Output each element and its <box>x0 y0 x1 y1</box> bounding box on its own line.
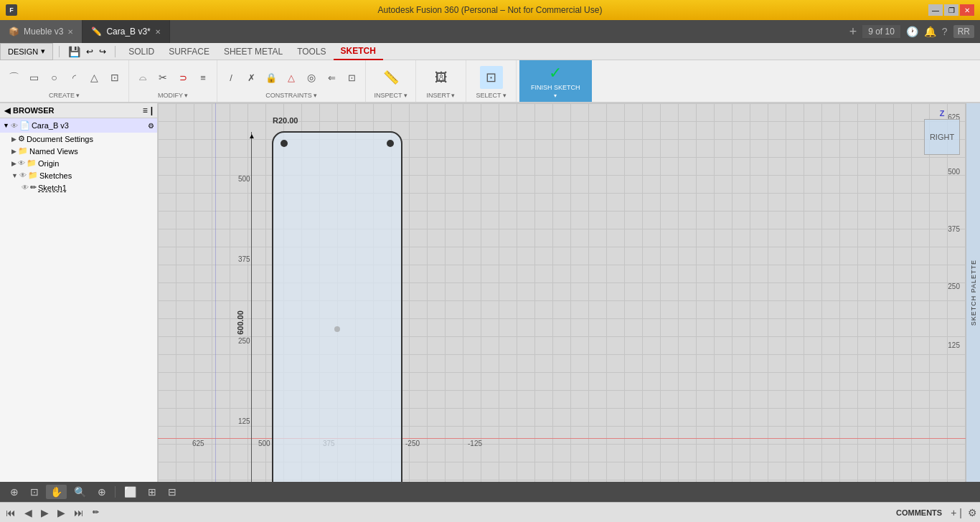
browser-back-icon[interactable]: ◀ <box>4 106 10 115</box>
nav-next[interactable]: ▶ <box>55 506 68 520</box>
notification-icon[interactable]: 🔔 <box>924 26 936 37</box>
tool-lock[interactable]: 🔒 <box>262 68 281 87</box>
modify-label[interactable]: MODIFY▾ <box>158 92 188 99</box>
tab-mueble[interactable]: 📦 Mueble v3 ✕ <box>0 20 83 43</box>
viewcube[interactable]: Z RIGHT <box>924 109 960 155</box>
tool-pattern[interactable]: ≡ <box>194 68 212 87</box>
finish-sketch-btn[interactable]: ✓ FINISH SKETCH ▾ <box>519 60 592 102</box>
help-icon[interactable]: ? <box>942 26 948 37</box>
tree-origin[interactable]: ▶ 👁 📁 Origin <box>0 157 157 169</box>
canvas[interactable]: 625 500 375 250 125 625 500 375 -250 -12… <box>158 103 980 482</box>
browser-collapse-icon[interactable]: | <box>151 105 153 115</box>
tool-collinear[interactable]: ✗ <box>242 68 260 87</box>
new-tab-btn[interactable]: + <box>849 24 857 39</box>
sketches-eye-icon[interactable]: 👁 <box>19 171 27 179</box>
sketch-shape-container: R20.00 600.00 ▲ ▼ 500 375 250 125 <box>265 125 409 482</box>
tab-cara-close[interactable]: ✕ <box>155 28 161 36</box>
z-axis-label: Z <box>924 109 960 118</box>
select-label[interactable]: SELECT▾ <box>476 92 506 99</box>
insert-label[interactable]: INSERT▾ <box>427 92 456 99</box>
comments-collapse[interactable]: | <box>959 507 962 518</box>
doc-settings-icon: ⚙ <box>18 134 25 143</box>
tab-sheetmetal[interactable]: SHEET METAL <box>217 43 290 60</box>
tool-arc[interactable]: ◜ <box>65 68 84 87</box>
bottom-btn-settings[interactable]: ⊟ <box>164 485 181 499</box>
svg-point-1 <box>281 140 288 147</box>
tool-triangle[interactable]: △ <box>85 68 104 87</box>
root-folder-icon: 📄 <box>19 120 30 130</box>
finish-sketch-arrow: ▾ <box>554 92 557 99</box>
create-label[interactable]: CREATE▾ <box>49 92 80 99</box>
tool-select[interactable]: ⊡ <box>480 66 503 89</box>
minimize-btn[interactable]: — <box>928 4 943 16</box>
sketches-arrow: ▼ <box>11 172 18 179</box>
root-settings-icon[interactable]: ⚙ <box>148 122 154 130</box>
tool-rect2[interactable]: ⊡ <box>105 68 124 87</box>
tab-cara[interactable]: ✏️ Cara_B v3* ✕ <box>83 20 169 43</box>
design-btn[interactable]: DESIGN ▾ <box>0 43 53 60</box>
origin-eye-icon[interactable]: 👁 <box>18 159 25 167</box>
bottom-btn-display[interactable]: ⬜ <box>120 485 141 499</box>
bottom-btn-zoom2[interactable]: ⊕ <box>93 485 110 499</box>
clock-icon: 🕐 <box>906 26 918 37</box>
tool-offset[interactable]: ⊃ <box>174 68 192 87</box>
user-icon[interactable]: RR <box>953 25 974 38</box>
bottom-btn-move[interactable]: ⊕ <box>6 485 23 499</box>
bottom-btn-fit[interactable]: ⊡ <box>26 485 43 499</box>
toolbar-icon-save[interactable]: 💾 <box>65 46 83 57</box>
named-views-arrow: ▶ <box>11 148 17 155</box>
tool-equal[interactable]: △ <box>282 68 301 87</box>
tab-surface[interactable]: SURFACE <box>161 43 217 60</box>
dim-height-label: 600.00 <box>236 310 245 335</box>
browser-expand-icon[interactable]: ≡ <box>143 105 148 115</box>
close-btn[interactable]: ✕ <box>960 4 974 16</box>
tree-named-views[interactable]: ▶ 📁 Named Views <box>0 145 157 157</box>
sketch1-eye-icon[interactable]: 👁 <box>22 184 29 191</box>
tool-rect[interactable]: ▭ <box>25 68 44 87</box>
tab-tools[interactable]: TOOLS <box>290 43 333 60</box>
toolbar-icon-undo[interactable]: ↩ <box>83 47 96 57</box>
tab-sketch[interactable]: SKETCH <box>334 43 383 60</box>
viewcube-face[interactable]: RIGHT <box>924 119 960 155</box>
tool-line[interactable]: ⌒ <box>5 68 24 87</box>
settings-btn[interactable]: ⚙ <box>968 507 977 518</box>
scale-375: 375 <box>948 225 960 233</box>
comments-add[interactable]: + <box>951 507 956 518</box>
toolbar-icon-redo[interactable]: ↪ <box>96 47 109 57</box>
tree-doc-settings[interactable]: ▶ ⚙ Document Settings <box>0 133 157 145</box>
tool-project[interactable]: ⊡ <box>342 68 361 87</box>
tab-solid[interactable]: SOLID <box>121 43 161 60</box>
tab-mueble-close[interactable]: ✕ <box>67 28 73 36</box>
maximize-btn[interactable]: ❐ <box>944 4 958 16</box>
tool-coincident[interactable]: / <box>222 68 240 87</box>
named-views-label: Named Views <box>29 147 78 156</box>
bottom-btn-rotate[interactable]: ✋ <box>46 485 67 499</box>
tree-root[interactable]: ▼ 👁 📄 Cara_B v3 ⚙ <box>0 118 157 133</box>
bottom-btn-zoom[interactable]: 🔍 <box>70 485 90 499</box>
tree-sketch1[interactable]: 👁 ✏ Sketch1 <box>0 181 157 194</box>
bscale-625: 625 <box>192 440 204 447</box>
section-create: ⌒ ▭ ○ ◜ △ ⊡ CREATE▾ <box>0 60 129 102</box>
tool-mirror[interactable]: ⇐ <box>322 68 341 87</box>
tree-sketches[interactable]: ▼ 👁 📁 Sketches <box>0 169 157 181</box>
inspect-label[interactable]: INSPECT▾ <box>374 92 407 99</box>
nav-prev[interactable]: ◀ <box>22 506 35 520</box>
tool-trim[interactable]: ✂ <box>154 68 172 87</box>
nav-play[interactable]: ▶ <box>38 506 52 520</box>
dim-radius: R20.00 <box>273 116 298 125</box>
root-eye-icon[interactable]: 👁 <box>11 122 18 130</box>
sketches-label: Sketches <box>39 171 72 180</box>
tool-concentric[interactable]: ◎ <box>302 68 321 87</box>
nav-first[interactable]: ⏮ <box>3 506 19 520</box>
constraints-label[interactable]: CONSTRAINTS▾ <box>265 92 317 99</box>
tool-measure[interactable]: 📏 <box>380 66 402 89</box>
tool-fillet[interactable]: ⌓ <box>133 68 152 87</box>
sketch1-label: Sketch1 <box>38 184 67 192</box>
tool-circle[interactable]: ○ <box>45 68 64 87</box>
dim-arrow-top: ▲ <box>248 132 255 140</box>
tool-insert-img[interactable]: 🖼 <box>430 66 453 89</box>
bottom-btn-grid[interactable]: ⊞ <box>143 485 161 499</box>
scale-250: 250 <box>948 283 960 290</box>
sketch-palette[interactable]: SKETCH PALETTE <box>966 103 980 482</box>
nav-last[interactable]: ⏭ <box>71 506 87 520</box>
